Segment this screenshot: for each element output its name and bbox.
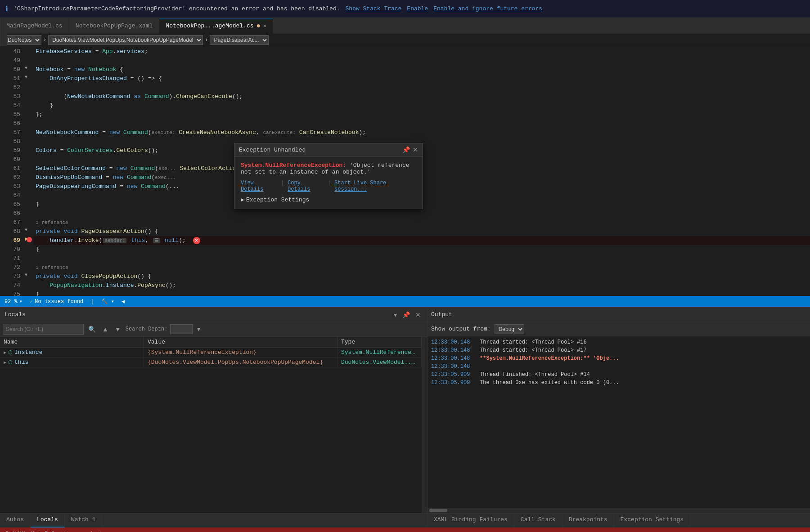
breadcrumb: DuoNotes › DuoNotes.ViewModel.PopUps.Not… [0,34,810,46]
live-share-link[interactable]: Start Live Share session... [334,180,416,192]
search-icon-btn[interactable]: 🔍 [86,325,98,334]
tab-breakpoints[interactable]: Breakpoints [562,514,614,528]
arrow-up-btn[interactable]: ▲ [100,325,110,334]
zoom-dropdown-icon[interactable]: ▾ [19,298,22,305]
no-issues: ✓ No issues found [30,298,83,305]
output-line: 12:33:05.909 Thread finished: <Thread Po… [431,371,806,379]
table-header: Name Value Type [0,337,422,348]
tab-exception-settings[interactable]: Exception Settings [614,514,690,528]
locals-panel: Locals ▾ 📌 ✕ 🔍 ▲ ▼ Search Depth: ▾ Name … [0,308,428,528]
exception-settings-toggle[interactable]: ▶ Exception Settings [241,196,416,203]
tab-mainpagemodel[interactable]: MainPageModel.cs [0,18,69,34]
enable-ignore-button[interactable]: Enable and ignore future errors [433,5,542,12]
dialog-close-button[interactable]: ✕ [413,146,418,153]
tab-locals[interactable]: Locals [31,514,65,528]
show-stack-trace-link[interactable]: Show Stack Trace [346,5,402,12]
expand-arrow-icon[interactable]: ▶ [4,350,6,355]
bottom-panels: Locals ▾ 📌 ✕ 🔍 ▲ ▼ Search Depth: ▾ Name … [0,307,810,528]
arrow-down-btn[interactable]: ▼ [113,325,123,334]
modified-dot: ● [256,22,261,30]
output-panel: Output Show output from: Debug 12:33:00.… [428,308,810,528]
dialog-pin-button[interactable]: 📌 [402,146,410,153]
tab-xaml-binding[interactable]: XAML Binding Failures [428,514,514,528]
row-value-this: {DuoNotes.ViewModel.PopUps.NotebookPopUp… [144,358,338,367]
chevron-right-icon: ▶ [241,196,244,203]
info-icon: ℹ [5,4,8,13]
tab-watch1[interactable]: Watch 1 [65,514,103,528]
output-line: 12:33:05.909 The thread 0xe has exited w… [431,379,806,387]
row-type-instance: System.NullReferenceE... [338,348,422,357]
exception-type: System.NullReferenceException: 'Object r… [241,162,416,175]
tab-call-stack[interactable]: Call Stack [514,514,562,528]
tab-notebookpopuppagemodel[interactable]: NotebookPop...ageModel.cs ● ✕ [159,18,273,34]
output-toolbar: Output [428,308,810,322]
col-name: Name [0,337,144,347]
dialog-links: View Details | Copy Details | Start Live… [241,180,416,192]
output-line: 12:33:00.148 [431,362,806,371]
panel-tabs: Autos Locals Watch 1 [0,513,427,528]
locals-scroll: Name Value Type ▶ ⬡ Instance {System.Nul… [0,337,427,513]
breadcrumb-separator2: › [205,37,208,43]
zoom-level: 92 % ▾ [4,298,22,305]
error-banner: ℹ 'CSharpIntroduceParameterCodeRefactori… [0,0,810,18]
row-value-instance: {System.NullReferenceException} [144,348,338,357]
locals-pin-btn[interactable]: 📌 [400,311,412,319]
output-line-error: 12:33:00.148 **System.NullReferenceExcep… [431,354,806,362]
error-message: 'CSharpIntroduceParameterCodeRefactoring… [14,5,340,12]
tab-notebookpopuppage[interactable]: NotebookPopUpPage.xaml [69,18,160,34]
hot-reload-bar: ⬡ XAML Hot Reload connected [0,528,810,532]
table-row[interactable]: ▶ ⬡ Instance {System.NullReferenceExcept… [0,348,422,358]
output-source-select[interactable]: Debug [495,324,524,334]
locals-dropdown-btn[interactable]: ▾ [392,311,399,319]
tab-autos[interactable]: Autos [0,514,31,528]
output-line: 12:33:00.148 Thread started: <Thread Poo… [431,346,806,354]
locals-scrollbar[interactable] [422,337,427,513]
view-details-link[interactable]: View Details [241,180,277,192]
status-bar: 92 % ▾ ✓ No issues found | 🔨 ▾ ◀ [0,296,810,307]
tab-label: NotebookPop...ageModel.cs [166,22,253,29]
hot-reload-text: XAML Hot Reload connected [13,531,101,532]
depth-input[interactable] [170,324,193,334]
breadcrumb-separator: › [43,37,46,43]
line-numbers: 48 49 50 51 52 53 54 55 56 57 58 59 60 6… [0,46,25,296]
enable-button[interactable]: Enable [407,5,428,12]
output-title: Output [431,311,452,318]
locals-search-input[interactable] [3,324,84,335]
depth-dropdown-btn[interactable]: ▾ [195,325,202,334]
depth-label: Search Depth: [126,326,168,332]
table-row[interactable]: ▶ ⬡ this {DuoNotes.ViewModel.PopUps.Note… [0,358,422,367]
row-name-instance: ▶ ⬡ Instance [0,348,144,357]
col-type: Type [338,337,422,347]
tab-label: MainPageModel.cs [6,22,63,29]
locals-panel-header: Locals ▾ 📌 ✕ [0,308,427,322]
class-select[interactable]: DuoNotes.ViewModel.PopUps.NotebookPopUpP… [48,35,203,45]
tab-bar: MainPageModel.cs NotebookPopUpPage.xaml … [0,18,810,34]
output-line: 12:33:00.148 Thread started: <Thread Poo… [431,338,806,346]
dialog-header: Exception Unhandled 📌 ✕ [234,143,423,156]
locals-toolbar: 🔍 ▲ ▼ Search Depth: ▾ [0,322,427,337]
build-tools[interactable]: 🔨 ▾ [101,298,114,305]
locals-header-buttons: ▾ 📌 ✕ [392,311,423,319]
dialog-body: System.NullReferenceException: 'Object r… [234,156,423,209]
project-select[interactable]: DuoNotes [4,35,41,45]
exception-dialog: Exception Unhandled 📌 ✕ System.NullRefer… [234,143,423,209]
tab-close-icon[interactable]: ✕ [263,23,266,29]
expand-arrow-icon[interactable]: ▶ [4,360,6,365]
locals-title: Locals [4,311,26,318]
row-type-this: DuoNotes.ViewModel.... [338,358,422,367]
copy-details-link[interactable]: Copy Details [288,180,324,192]
col-value: Value [144,337,338,347]
var-icon: ⬡ [8,359,13,365]
tab-label: NotebookPopUpPage.xaml [76,22,153,29]
locals-close-btn[interactable]: ✕ [414,311,423,319]
member-select[interactable]: PageDisapearAc... [210,35,269,45]
gutter: ▼ ▼ ▼ ▶ ▼ [25,46,34,296]
hot-reload-icon: ⬡ [4,530,9,532]
row-name-this: ▶ ⬡ this [0,358,144,367]
var-icon: ⬡ [8,349,13,355]
locals-data: Name Value Type ▶ ⬡ Instance {System.Nul… [0,337,422,513]
output-source-bar: Show output from: Debug [428,322,810,336]
show-output-label: Show output from: [431,326,491,332]
scroll-left-btn[interactable]: ◀ [122,298,125,305]
dialog-controls: 📌 ✕ [402,146,418,153]
